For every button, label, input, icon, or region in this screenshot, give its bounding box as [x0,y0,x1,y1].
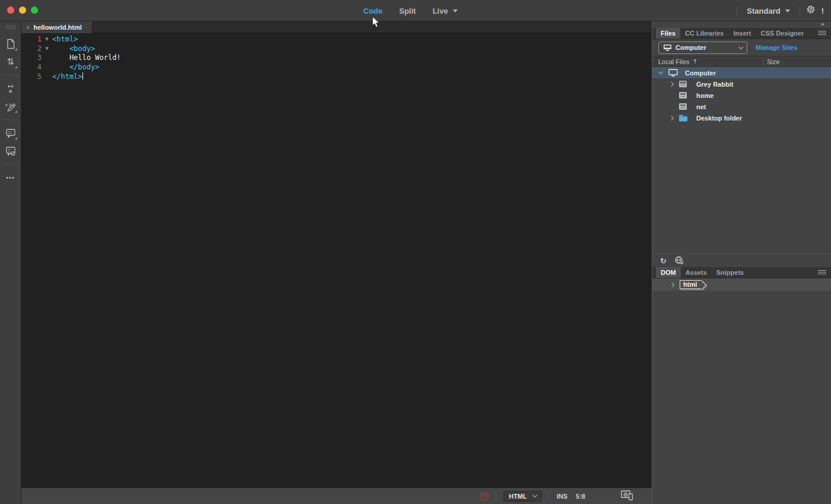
application-toolbar: Code Split Live Standard ! [0,0,831,21]
computer-icon [663,44,672,51]
drive-icon [678,103,687,112]
tab-code-view[interactable]: Code [363,7,383,15]
workspace-switcher[interactable]: Standard [743,7,793,15]
flyout-indicator [15,137,17,140]
workspace-label: Standard [747,7,780,15]
expanded-chevron-icon[interactable] [658,69,663,74]
mouse-cursor [372,16,380,31]
flyout-indicator [15,110,17,113]
tab-css-designer[interactable]: CSS Designer [756,28,808,39]
toolbar-right-controls: Standard ! [737,0,824,21]
files-panel-tabs: Files CC Libraries Insert CSS Designer [652,28,831,39]
flyout-indicator [15,48,17,50]
fold-arrow-icon[interactable]: ▼ [42,35,52,45]
document-tab-title: helloworld.html [33,24,81,31]
collapse-panels-icon[interactable]: » [821,21,824,27]
common-toolbar: ⇅ ↔ ∗ [0,21,21,504]
zoom-window-button[interactable] [31,7,38,14]
sync-alert-indicator[interactable]: ! [822,7,824,15]
expand-collapse-icon[interactable]: ↔ ∗ [4,81,18,96]
tab-live-view[interactable]: Live [433,7,458,15]
file-management-icon[interactable]: ⇅ [4,55,18,69]
format-source-code-icon[interactable] [4,99,18,113]
code-view[interactable]: 1 ▼ <html> 2 ▼ <body> 3 Hello World! 4 <… [21,34,652,487]
text-caret [83,72,83,80]
code-line: 5 </html> [21,72,652,82]
right-panel-group: » Files CC Libraries Insert CSS Designer… [652,21,831,504]
device-preview-icon[interactable] [621,490,634,502]
fold-arrow-icon[interactable]: ▼ [42,45,52,54]
line-number[interactable]: 2 [21,45,42,54]
tab-snippets[interactable]: Snippets [712,267,748,278]
line-number[interactable]: 1 [21,35,42,45]
drive-icon [678,80,687,89]
toolbar-divider [2,164,19,164]
manage-sites-link[interactable]: Manage Sites [756,44,797,51]
computer-icon [668,69,678,78]
insert-mode-indicator: INS [557,493,567,500]
tree-row-computer[interactable]: Computer [652,67,831,78]
collapsed-chevron-icon[interactable] [669,81,674,86]
code-line: 3 Hello World! [21,53,652,63]
chevron-down-icon [532,493,537,497]
connect-server-icon[interactable] [674,256,684,266]
files-panel-toolbar: ↻ [652,253,831,267]
close-tab-icon[interactable]: × [26,24,30,31]
tab-insert[interactable]: Insert [729,28,756,39]
code-line: 1 ▼ <html> [21,35,652,45]
close-window-button[interactable] [7,7,14,14]
file-list-header: Local Files ↑ Size [652,56,831,67]
tab-split-view[interactable]: Split [399,7,416,15]
file-list-empty-area[interactable] [652,123,831,253]
document-editor: × helloworld.html 1 ▼ <html> 2 ▼ <body> … [21,21,652,504]
document-tab[interactable]: × helloworld.html [21,21,93,33]
dom-tree-row-html[interactable]: html [652,278,831,291]
preferences-gear-icon[interactable] [806,5,816,17]
collapsed-chevron-icon[interactable] [669,115,674,120]
tab-files[interactable]: Files [656,28,680,39]
minimize-window-button[interactable] [19,7,26,14]
apply-comment-icon[interactable] [4,126,18,140]
chevron-down-icon [453,9,458,12]
tree-row-home[interactable]: home [652,90,831,101]
remove-comment-icon[interactable] [4,144,18,158]
chevron-down-icon [785,9,790,12]
toolbar-divider [2,75,19,75]
doctype-dropdown[interactable]: HTML [503,491,542,502]
divider [737,6,737,15]
code-line: 2 ▼ <body> [21,45,652,54]
collapsed-chevron-icon[interactable] [670,282,674,287]
panel-menu-icon[interactable] [818,31,826,36]
line-number[interactable]: 3 [21,53,42,63]
customize-toolbar-icon[interactable]: ••• [4,170,18,185]
tab-cc-libraries[interactable]: CC Libraries [680,28,728,39]
tree-row-net[interactable]: net [652,101,831,112]
open-documents-icon[interactable] [4,37,18,51]
window-controls [7,7,38,14]
document-tabbar: × helloworld.html [21,21,652,33]
divider [800,6,800,15]
line-number[interactable]: 4 [21,63,42,72]
toolbar-divider [2,119,19,120]
divider [549,492,550,501]
folder-icon [678,114,688,123]
divider [496,492,496,501]
column-local-files[interactable]: Local Files [658,58,690,65]
tab-dom[interactable]: DOM [656,267,681,278]
panel-header-strip: » [652,21,831,28]
site-dropdown[interactable]: Computer [658,42,747,54]
code-line: 4 </body> [21,63,652,72]
line-number[interactable]: 5 [21,72,42,82]
column-size[interactable]: Size [767,58,779,65]
tree-row-desktop-folder[interactable]: Desktop folder [652,112,831,123]
chevron-down-icon [738,44,743,49]
tree-row-grey-rabbit[interactable]: Grey Rabbit [652,78,831,90]
column-divider[interactable] [763,58,763,65]
panel-menu-icon[interactable] [818,270,826,275]
toolbar-grip-handle[interactable] [6,25,15,29]
refresh-icon[interactable]: ↻ [660,256,667,265]
html-node-tag[interactable]: html [680,280,702,289]
local-files-tree: Computer Grey Rabbit [652,67,831,123]
lint-error-icon[interactable]: ✕ [480,492,489,500]
tab-assets[interactable]: Assets [681,267,712,278]
